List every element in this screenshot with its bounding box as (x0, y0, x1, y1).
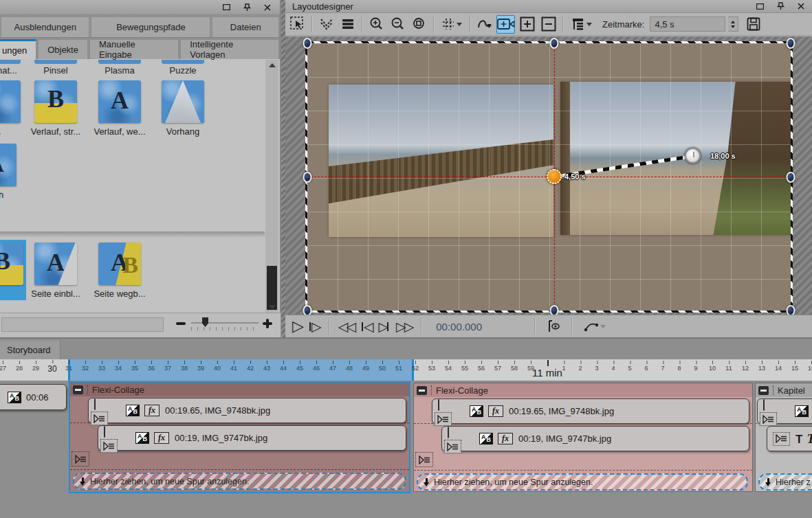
track-icon[interactable] (72, 451, 89, 466)
track-section-kapitel[interactable]: Kapitel AB 0 T T Hierher z (755, 383, 812, 492)
pin-icon[interactable] (775, 1, 786, 11)
resize-handle-n[interactable] (549, 38, 558, 49)
template-thumb-verlauf-str[interactable]: B (34, 80, 77, 123)
template-label[interactable]: Verlauf, we... (89, 126, 151, 137)
resize-handle-e[interactable] (787, 172, 795, 183)
motion-path-icon[interactable] (475, 15, 494, 34)
template-label[interactable]: nat... (0, 65, 25, 76)
keyframe-marker-start[interactable] (547, 169, 562, 184)
ab-transition-icon[interactable]: AB (8, 392, 21, 403)
marker-visibility-icon[interactable] (544, 317, 562, 336)
timeline-clip[interactable]: AB fx 00:19.65, IMG_9748bk.jpg (432, 398, 749, 424)
collapse-icon[interactable] (758, 386, 769, 395)
zeitmarke-spinner[interactable] (728, 16, 738, 32)
play-button[interactable]: ▷ (292, 317, 302, 335)
keyframe-marker-end[interactable] (685, 148, 701, 164)
template-label[interactable]: h (0, 190, 12, 200)
play-from-here-button[interactable]: ▷ (309, 319, 320, 335)
tab-storyboard[interactable]: Storyboard (0, 341, 61, 359)
fx-icon[interactable]: fx (498, 433, 513, 444)
layout-canvas[interactable]: 4,50 s 18,00 s (307, 43, 791, 311)
path-options-icon[interactable] (581, 317, 608, 336)
tab-manuelle-eingabe[interactable]: Manuelle Eingabe (89, 39, 179, 59)
template-thumb-seite-einbl[interactable]: A (34, 243, 77, 285)
zoom-in-plus-button[interactable] (263, 319, 272, 328)
timeline-clip[interactable]: AB fx 00:19.65, IMG_9748bk.jpg (88, 398, 406, 423)
fx-icon[interactable]: fx (488, 405, 503, 417)
timeline-clip-text[interactable]: T T (767, 426, 812, 451)
timeline-clip[interactable]: AB 0 (757, 398, 812, 424)
fx-icon[interactable]: fx (154, 432, 169, 444)
resize-handle-ne[interactable] (787, 38, 795, 49)
timeline-clip[interactable]: AB fx 00:19, IMG_9747bk.jpg (98, 425, 406, 451)
ab-transition-icon[interactable]: AB (126, 405, 140, 416)
maximize-icon[interactable] (221, 3, 232, 12)
resize-handle-se[interactable] (787, 305, 795, 315)
template-label[interactable]: Seite wegb... (89, 289, 151, 299)
track-icon[interactable] (444, 440, 461, 453)
resize-handle-s[interactable] (549, 305, 558, 315)
tab-einblendungen[interactable]: ungen (0, 39, 36, 59)
zoom-out-minus-button[interactable] (176, 319, 186, 328)
track-icon[interactable] (100, 439, 118, 453)
template-thumb-streifen[interactable] (0, 80, 21, 123)
scroll-up-icon[interactable] (265, 60, 278, 71)
template-label[interactable]: Vorhang (152, 126, 214, 137)
thumbnail-size-slider-thumb[interactable] (202, 317, 208, 327)
object-list-icon[interactable] (568, 15, 595, 34)
layers-icon[interactable] (338, 15, 357, 34)
zoom-in-icon[interactable] (367, 15, 386, 34)
skip-forward-button[interactable]: ▷▷ (396, 319, 412, 335)
scroll-down-icon[interactable] (265, 302, 278, 313)
tab-intelligente-vorlagen[interactable]: Intelligente Vorlagen (180, 39, 279, 59)
ab-transition-icon[interactable]: AB (470, 405, 483, 417)
template-thumb-vorhang[interactable] (162, 80, 204, 123)
track-section-flexi-collage[interactable]: Flexi-Collage AB fx 00:19.65, IMG_9748bk… (413, 383, 753, 492)
new-track-drop-zone[interactable]: Hierher z (758, 473, 812, 491)
tab-ausblendungen[interactable]: Ausblendungen (1, 16, 89, 37)
section-header[interactable]: Flexi-Collage (414, 383, 752, 397)
new-track-drop-zone[interactable]: Hierher ziehen, um neue Spur anzulegen. (73, 473, 406, 490)
section-header[interactable]: Flexi-Collage (70, 383, 409, 396)
grid-settings-icon[interactable] (439, 15, 465, 34)
timeline-clip[interactable]: AB fx 00:19, IMG_9747bk.jpg (441, 426, 749, 451)
snap-path-icon[interactable] (317, 15, 336, 34)
thumbnail-size-slider-track[interactable] (191, 322, 259, 324)
track-icon[interactable] (773, 432, 790, 446)
vertical-scrollbar[interactable] (265, 60, 278, 313)
template-label[interactable]: Str... (0, 126, 24, 137)
track-icon[interactable] (760, 412, 777, 426)
save-icon[interactable] (744, 15, 762, 34)
photo-beach-groyne[interactable] (329, 85, 553, 237)
zoom-fit-icon[interactable] (410, 15, 428, 34)
remove-object-icon[interactable] (539, 15, 558, 34)
timeline-ruler[interactable]: 11 min 272829303132333435363738394041424… (0, 359, 812, 381)
resize-handle-w[interactable] (303, 172, 312, 183)
prev-frame-button[interactable]: ◁ (361, 319, 372, 335)
pin-icon[interactable] (241, 3, 252, 12)
tab-objekte[interactable]: Objekte (38, 39, 88, 59)
resize-handle-sw[interactable] (303, 305, 312, 315)
template-label[interactable]: Pinsel (25, 65, 87, 76)
tab-dateien[interactable]: Dateien (212, 16, 279, 37)
resize-handle-nw[interactable] (303, 38, 312, 49)
maximize-icon[interactable] (754, 1, 765, 11)
track-icon[interactable] (435, 412, 452, 426)
template-label[interactable]: Puzzle (152, 65, 214, 76)
collapse-icon[interactable] (417, 386, 427, 395)
close-icon[interactable] (795, 1, 806, 11)
template-thumb-selected[interactable]: B (0, 243, 23, 285)
ab-transition-icon[interactable]: AB (479, 433, 493, 444)
tab-bewegungspfade[interactable]: Bewegungspfade (91, 16, 210, 37)
section-header[interactable]: Kapitel (756, 383, 812, 397)
camera-pan-icon[interactable] (496, 15, 515, 34)
add-object-icon[interactable] (518, 15, 536, 34)
track-section-flexi-collage-selected[interactable]: Flexi-Collage AB fx 00:19.65, IMG_9748bk… (69, 381, 410, 493)
new-track-drop-zone[interactable]: Hierher ziehen, um neue Spur anzulegen. (417, 473, 748, 491)
select-tool-icon[interactable] (288, 15, 307, 34)
collapse-icon[interactable] (73, 385, 83, 394)
template-thumb-verlauf-we[interactable]: A (98, 80, 141, 123)
filter-input[interactable] (1, 317, 164, 332)
zoom-out-icon[interactable] (388, 15, 407, 34)
track-icon[interactable] (91, 412, 108, 425)
